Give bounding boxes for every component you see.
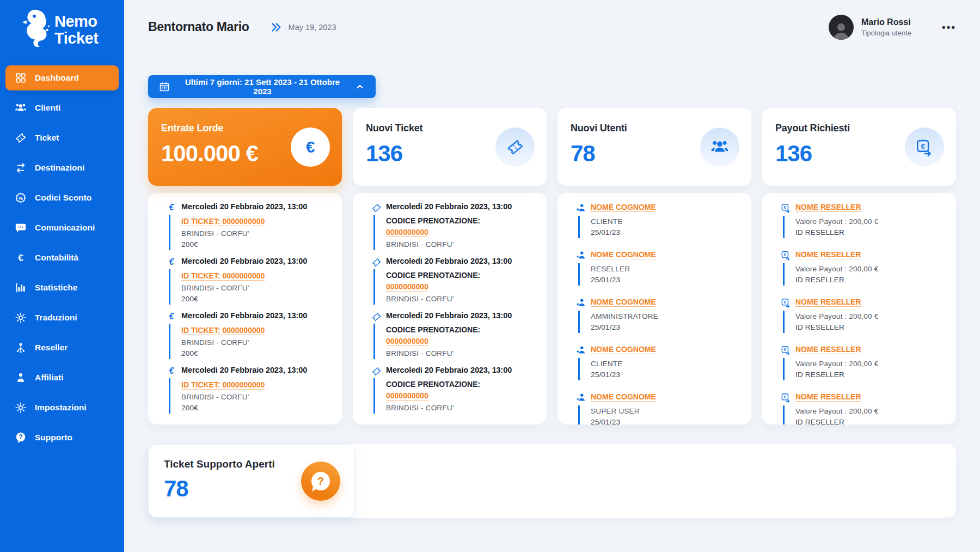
euro-transfer-icon: € bbox=[780, 202, 791, 213]
booking-code-link[interactable]: 0000000000 bbox=[386, 282, 428, 291]
item-route: BRINDISI - CORFU' bbox=[181, 229, 333, 238]
bottom-row: Ticket Supporto Aperti 78 ? bbox=[148, 444, 956, 518]
sidebar-item-statistiche[interactable]: Statistiche bbox=[5, 275, 119, 300]
sidebar-item-ticket[interactable]: Ticket bbox=[5, 125, 119, 150]
euro-transfer-icon: € bbox=[905, 128, 944, 167]
main-content: Bentornato Mario May 19, 2023 Mario Ross… bbox=[124, 0, 980, 518]
sidebar-item-label: Traduzioni bbox=[35, 313, 77, 323]
sidebar-item-affiliati[interactable]: Affiliati bbox=[5, 365, 119, 390]
ticket-id-link[interactable]: ID TICKET: 0000000000 bbox=[181, 326, 265, 335]
person-icon bbox=[15, 372, 27, 384]
ticket-id-link[interactable]: ID TICKET: 0000000000 bbox=[181, 380, 265, 389]
card-nuovi-utenti: Nuovi Utenti 78 bbox=[558, 108, 751, 186]
payout-value: Valore Payout : 200,00 € bbox=[795, 265, 947, 273]
reseller-name-link[interactable]: NOME RESELLER bbox=[795, 345, 861, 354]
sidebar-item-destinazioni[interactable]: Destinazioni bbox=[5, 155, 119, 180]
list-item: € NOME RESELLER Valore Payout : 200,00 €… bbox=[795, 250, 947, 286]
item-datetime: Mercoledi 20 Febbraio 2023, 13:00 bbox=[181, 202, 333, 211]
booking-code-label: CODICE PRENOTAZIONE: bbox=[386, 380, 538, 389]
item-route: BRINDISI - CORFU' bbox=[181, 338, 333, 347]
users-icon bbox=[15, 102, 27, 114]
users-group-icon bbox=[700, 128, 739, 167]
user-name: Mario Rossi bbox=[861, 17, 911, 27]
nuovi-utenti-list: NOME COGNOME CLIENTE 25/01/23 NOME COGNO… bbox=[558, 193, 751, 424]
gear-icon bbox=[15, 312, 27, 324]
svg-text:€: € bbox=[783, 395, 786, 399]
sidebar-item-impostazioni[interactable]: Impostazioni bbox=[5, 395, 119, 420]
user-name-link[interactable]: NOME COGNOME bbox=[591, 250, 656, 259]
booking-code-link[interactable]: 0000000000 bbox=[386, 337, 428, 345]
card-nuovi-ticket: Nuovi Ticket 136 bbox=[353, 108, 547, 186]
list-item: € NOME RESELLER Valore Payout : 200,00 €… bbox=[795, 344, 947, 380]
user-date: 25/01/23 bbox=[591, 371, 743, 379]
ticket-icon bbox=[371, 311, 382, 322]
booking-code-link[interactable]: 0000000000 bbox=[386, 391, 428, 400]
user-role: SUPER USER bbox=[591, 407, 743, 415]
current-date: May 19, 2023 bbox=[289, 23, 336, 32]
payout-value: Valore Payout : 200,00 € bbox=[795, 407, 947, 415]
user-name-link[interactable]: NOME COGNOME bbox=[591, 392, 656, 401]
reseller-name-link[interactable]: NOME RESELLER bbox=[795, 298, 861, 306]
sidebar-item-label: Comunicazioni bbox=[35, 223, 95, 233]
reseller-name-link[interactable]: NOME RESELLER bbox=[795, 392, 861, 401]
stats-grid: Entrate Lorde 100.000 € € € Mercoledi 20… bbox=[148, 108, 956, 424]
more-menu-button[interactable]: ••• bbox=[942, 21, 956, 33]
payout-value: Valore Payout : 200,00 € bbox=[795, 312, 947, 320]
sidebar-item-traduzioni[interactable]: Traduzioni bbox=[5, 305, 119, 330]
avatar[interactable] bbox=[829, 15, 854, 40]
entrate-lorde-list: € Mercoledi 20 Febbraio 2023, 13:00 ID T… bbox=[148, 193, 342, 424]
sidebar-item-clienti[interactable]: Clienti bbox=[5, 95, 119, 120]
reseller-name-link[interactable]: NOME RESELLER bbox=[795, 250, 861, 259]
nuovi-ticket-list: Mercoledi 20 Febbraio 2023, 13:00 CODICE… bbox=[353, 193, 547, 424]
ticket-id-link[interactable]: ID TICKET: 0000000000 bbox=[181, 271, 265, 280]
ticket-id-link[interactable]: ID TICKET: 0000000000 bbox=[181, 217, 265, 226]
euro-transfer-icon: € bbox=[780, 250, 791, 260]
booking-code-link[interactable]: 0000000000 bbox=[386, 228, 428, 236]
help-icon: ? bbox=[301, 462, 340, 501]
sidebar-item-comunicazioni[interactable]: Comunicazioni bbox=[5, 215, 119, 240]
user-role: AMMINISTRATORE bbox=[591, 312, 743, 320]
sidebar-item-codici-sconto[interactable]: % Codici Sconto bbox=[5, 185, 119, 210]
user-name-link[interactable]: NOME COGNOME bbox=[591, 298, 656, 306]
sidebar-item-label: Impostazioni bbox=[35, 403, 87, 413]
user-role: CLIENTE bbox=[591, 217, 743, 226]
logo-text-line2: Ticket bbox=[54, 30, 98, 47]
user-add-icon bbox=[575, 344, 586, 355]
sidebar-item-label: Ticket bbox=[35, 133, 59, 143]
user-date: 25/01/23 bbox=[591, 323, 743, 331]
svg-text:€: € bbox=[783, 347, 786, 352]
user-add-icon bbox=[575, 250, 586, 260]
sidebar-item-label: Supporto bbox=[35, 433, 72, 442]
item-datetime: Mercoledi 20 Febbraio 2023, 13:00 bbox=[386, 257, 538, 265]
list-item: € Mercoledi 20 Febbraio 2023, 13:00 ID T… bbox=[181, 311, 333, 359]
euro-icon: € bbox=[291, 128, 330, 167]
column-entrate-lorde: Entrate Lorde 100.000 € € € Mercoledi 20… bbox=[148, 108, 342, 424]
card-ticket-supporto-aperti: Ticket Supporto Aperti 78 ? bbox=[148, 444, 355, 518]
sidebar-item-contabilita[interactable]: € Contabilità bbox=[5, 245, 119, 270]
euro-icon: € bbox=[166, 257, 177, 268]
euro-transfer-icon: € bbox=[780, 392, 791, 403]
euro-icon: € bbox=[166, 366, 177, 377]
user-name-link[interactable]: NOME COGNOME bbox=[591, 345, 656, 354]
reseller-id: ID RESELLER bbox=[795, 418, 947, 424]
user-date: 25/01/23 bbox=[591, 418, 743, 424]
sidebar-item-label: Contabilità bbox=[35, 253, 78, 263]
svg-text:€: € bbox=[783, 300, 786, 305]
column-nuovi-utenti: Nuovi Utenti 78 NOME COGNOME CLIENTE bbox=[558, 108, 751, 424]
user-role: RESELLER bbox=[591, 265, 743, 273]
top-header: Bentornato Mario May 19, 2023 Mario Ross… bbox=[148, 0, 956, 54]
column-nuovi-ticket: Nuovi Ticket 136 Mercoledi 20 Febbraio 2… bbox=[353, 108, 547, 424]
user-name-link[interactable]: NOME COGNOME bbox=[591, 203, 656, 211]
reseller-id: ID RESELLER bbox=[795, 276, 947, 284]
reseller-name-link[interactable]: NOME RESELLER bbox=[795, 203, 861, 211]
sidebar-item-reseller[interactable]: Reseller bbox=[5, 335, 119, 360]
card-entrate-lorde: Entrate Lorde 100.000 € € bbox=[148, 108, 342, 186]
avatar-silhouette-icon bbox=[831, 20, 851, 40]
date-range-filter-button[interactable]: Ultimi 7 giorni: 21 Sett 2023 - 21 Ottob… bbox=[148, 75, 376, 98]
swap-arrows-icon bbox=[15, 162, 27, 174]
sidebar-item-supporto[interactable]: ? Supporto bbox=[5, 425, 119, 450]
ticket-icon bbox=[371, 202, 382, 213]
svg-text:€: € bbox=[921, 142, 925, 150]
list-item: Mercoledi 20 Febbraio 2023, 13:00 CODICE… bbox=[386, 311, 538, 359]
sidebar-item-dashboard[interactable]: Dashboard bbox=[5, 65, 119, 90]
